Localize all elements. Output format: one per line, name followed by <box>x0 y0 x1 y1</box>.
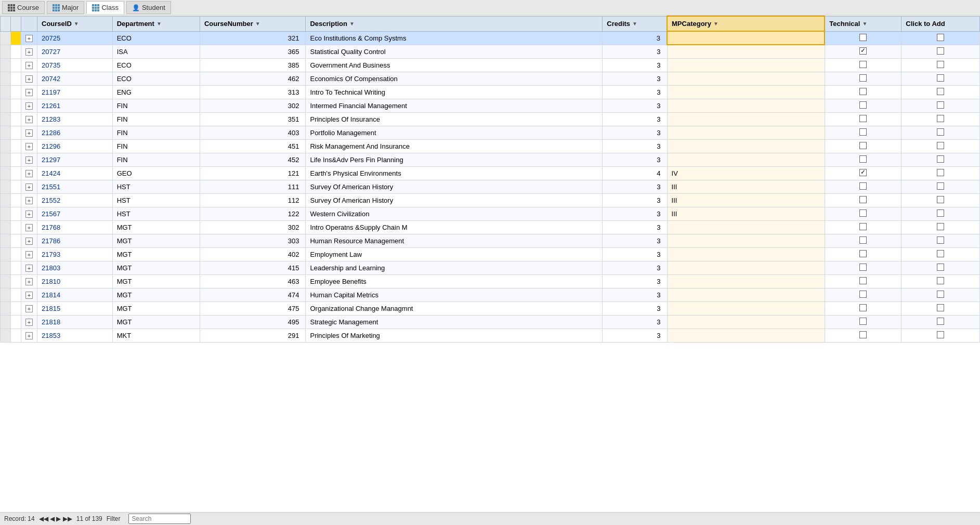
expand-button[interactable]: + <box>25 251 33 258</box>
technical-cell[interactable] <box>825 261 901 274</box>
row-selector-cell[interactable] <box>1 315 11 329</box>
click-to-add-checkbox[interactable] <box>937 155 944 163</box>
technical-checkbox[interactable] <box>859 209 867 217</box>
mpcategory-cell[interactable] <box>667 234 825 247</box>
expand-button[interactable]: + <box>25 170 33 177</box>
table-row[interactable]: +21286FIN403Portfolio Management3 <box>1 126 980 139</box>
row-selector-cell[interactable] <box>1 153 11 166</box>
expand-cell[interactable]: + <box>21 153 37 166</box>
expand-cell[interactable]: + <box>21 45 37 58</box>
expand-cell[interactable]: + <box>21 85 37 99</box>
click-to-add-checkbox[interactable] <box>937 304 944 311</box>
technical-checkbox[interactable] <box>859 331 867 338</box>
table-row[interactable]: +21786MGT303Human Resource Management3 <box>1 234 980 247</box>
click-to-add-cell[interactable] <box>901 153 980 166</box>
table-row[interactable]: +20742ECO462Economics Of Compensation3 <box>1 72 980 85</box>
expand-cell[interactable]: + <box>21 139 37 153</box>
row-selector-cell[interactable] <box>1 274 11 288</box>
table-row[interactable]: +21815MGT475Organizational Change Managm… <box>1 301 980 315</box>
row-selector-cell[interactable] <box>1 58 11 72</box>
table-row[interactable]: +21283FIN351Principles Of Insurance3 <box>1 112 980 126</box>
technical-cell[interactable] <box>825 99 901 112</box>
technical-checkbox[interactable] <box>859 264 867 271</box>
row-selector-cell[interactable] <box>1 261 11 274</box>
mpcategory-input[interactable] <box>672 34 820 42</box>
click-to-add-checkbox[interactable] <box>937 223 944 230</box>
click-to-add-cell[interactable] <box>901 315 980 329</box>
expand-button[interactable]: + <box>25 211 33 218</box>
expand-cell[interactable]: + <box>21 261 37 274</box>
expand-button[interactable]: + <box>25 224 33 231</box>
click-to-add-cell[interactable] <box>901 261 980 274</box>
technical-cell[interactable] <box>825 85 901 99</box>
row-selector-cell[interactable] <box>1 301 11 315</box>
technical-cell[interactable] <box>825 126 901 139</box>
mpcategory-cell[interactable] <box>667 220 825 234</box>
row-selector-cell[interactable] <box>1 72 11 85</box>
mpcategory-cell[interactable]: III <box>667 193 825 207</box>
expand-cell[interactable]: + <box>21 247 37 261</box>
mpcategory-cell[interactable] <box>667 112 825 126</box>
click-to-add-checkbox[interactable] <box>937 128 944 136</box>
click-to-add-cell[interactable] <box>901 139 980 153</box>
row-selector-cell[interactable] <box>1 112 11 126</box>
click-to-add-cell[interactable] <box>901 112 980 126</box>
expand-button[interactable]: + <box>25 35 33 42</box>
mpcategory-cell[interactable] <box>667 72 825 85</box>
click-to-add-cell[interactable] <box>901 288 980 301</box>
expand-button[interactable]: + <box>25 102 33 110</box>
table-row[interactable]: +21853MKT291Principles Of Marketing3 <box>1 329 980 342</box>
click-to-add-cell[interactable] <box>901 180 980 193</box>
row-selector-cell[interactable] <box>1 207 11 220</box>
expand-button[interactable]: + <box>25 319 33 326</box>
click-to-add-checkbox[interactable] <box>937 250 944 257</box>
mpcategory-cell[interactable] <box>667 139 825 153</box>
click-to-add-cell[interactable] <box>901 247 980 261</box>
click-to-add-cell[interactable] <box>901 45 980 58</box>
click-to-add-checkbox[interactable] <box>937 169 944 176</box>
expand-button[interactable]: + <box>25 305 33 312</box>
technical-cell[interactable] <box>825 207 901 220</box>
technical-checkbox[interactable] <box>859 223 867 230</box>
row-selector-cell[interactable] <box>1 288 11 301</box>
click-to-add-checkbox[interactable] <box>937 331 944 338</box>
mpcategory-cell[interactable] <box>667 31 825 45</box>
table-row[interactable]: +21296FIN451Risk Management And Insuranc… <box>1 139 980 153</box>
click-to-add-cell[interactable] <box>901 72 980 85</box>
technical-checkbox[interactable] <box>859 291 867 298</box>
mpcategory-cell[interactable] <box>667 45 825 58</box>
technical-cell[interactable] <box>825 31 901 45</box>
expand-cell[interactable]: + <box>21 180 37 193</box>
mpcategory-cell[interactable] <box>667 288 825 301</box>
click-to-add-checkbox[interactable] <box>937 74 944 82</box>
technical-cell[interactable] <box>825 139 901 153</box>
technical-checkbox[interactable] <box>859 196 867 203</box>
expand-cell[interactable]: + <box>21 329 37 342</box>
click-to-add-cell[interactable] <box>901 274 980 288</box>
expand-cell[interactable]: + <box>21 126 37 139</box>
table-row[interactable]: +21424GEO121Earth's Physical Environment… <box>1 166 980 180</box>
expand-button[interactable]: + <box>25 292 33 299</box>
click-to-add-checkbox[interactable] <box>937 61 944 68</box>
mpcategory-cell[interactable] <box>667 329 825 342</box>
mpcategory-cell[interactable] <box>667 126 825 139</box>
technical-cell[interactable] <box>825 274 901 288</box>
tab-major[interactable]: Major <box>47 1 85 14</box>
row-selector-cell[interactable] <box>1 193 11 207</box>
table-row[interactable]: +20725ECO321Eco Institutions & Comp Syst… <box>1 31 980 45</box>
row-selector-cell[interactable] <box>1 166 11 180</box>
click-to-add-cell[interactable] <box>901 166 980 180</box>
table-row[interactable]: +20735ECO385Government And Business3 <box>1 58 980 72</box>
credits-header[interactable]: Credits ▼ <box>603 16 667 31</box>
click-to-add-checkbox[interactable] <box>937 142 944 149</box>
table-row[interactable]: +21810MGT463Employee Benefits3 <box>1 274 980 288</box>
table-row[interactable]: +21567HST122Western Civilization3III <box>1 207 980 220</box>
technical-cell[interactable] <box>825 45 901 58</box>
technical-checkbox[interactable] <box>859 277 867 284</box>
technical-checkbox[interactable] <box>859 101 867 109</box>
technical-cell[interactable] <box>825 315 901 329</box>
technical-header[interactable]: Technical ▼ <box>825 16 901 31</box>
mpcategory-cell[interactable] <box>667 85 825 99</box>
technical-cell[interactable] <box>825 329 901 342</box>
click-to-add-checkbox[interactable] <box>937 34 944 41</box>
